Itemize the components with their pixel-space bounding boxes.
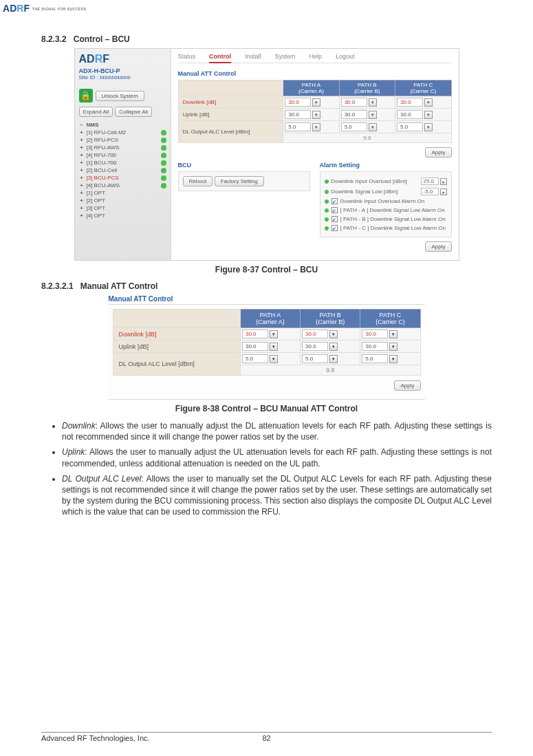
tree-item[interactable]: +[1] BCU-700 (79, 159, 166, 166)
alarm-label: Downlink Signal Low [dBm] (331, 188, 398, 195)
page-footer: Advanced RF Technologies, Inc. 82 (41, 732, 492, 742)
value-input[interactable]: 30.0 (341, 98, 367, 107)
tree-item[interactable]: +[3] BCU-PCS (79, 174, 166, 182)
dropdown-icon[interactable]: ▾ (270, 330, 278, 338)
dropdown-icon[interactable]: ▾ (389, 343, 398, 351)
alarm-checkbox[interactable] (331, 207, 338, 213)
tab-control[interactable]: Control (209, 53, 231, 63)
apply-button[interactable]: Apply (425, 147, 451, 158)
dropdown-icon[interactable]: ▾ (270, 343, 278, 351)
tree-item[interactable]: +[4] RFU-700 (79, 151, 166, 159)
status-dot-icon (161, 160, 166, 166)
value-input[interactable]: 30.0 (285, 98, 311, 107)
footer-page-number: 82 (262, 734, 270, 742)
subsection-heading: 8.2.3.2.1 Manual ATT Control (41, 281, 492, 291)
col-header: PATH C(Carrier C) (360, 310, 420, 328)
factory-setting-button[interactable]: Factory Setting (215, 176, 264, 186)
value-input[interactable]: 5.0 (341, 122, 367, 131)
status-dot-icon (161, 138, 166, 143)
dropdown-icon[interactable]: ▾ (369, 111, 377, 119)
tab-logout[interactable]: Logout (336, 53, 355, 60)
value-input[interactable]: 30.0 (397, 98, 423, 107)
alarm-label: Downlink Input Overload [dBm] (331, 178, 407, 184)
value-input[interactable]: 5.0 (362, 354, 388, 363)
value-input[interactable]: 5.0 (302, 354, 328, 363)
tab-status[interactable]: Status (178, 53, 196, 60)
value-input[interactable]: 30.0 (362, 330, 388, 338)
tree-item[interactable]: +[1] OPT (79, 189, 166, 197)
tree-item[interactable]: +[2] RFU-PCS (79, 136, 166, 144)
dropdown-icon[interactable]: ▾ (424, 123, 433, 131)
value-input[interactable]: 30.0 (302, 342, 328, 351)
alarm-apply-button[interactable]: Apply (425, 241, 451, 252)
cell: 30.0▾ (339, 96, 395, 109)
value-input[interactable]: 5.0 (397, 122, 423, 131)
manual-att-title: Manual ATT Control (178, 70, 452, 77)
dropdown-icon[interactable]: ▾ (270, 355, 278, 363)
alarm-row: Downlink Input Overload [dBm]25.0▾ (325, 176, 447, 186)
dropdown-icon[interactable]: ▾ (369, 123, 377, 131)
tree-item[interactable]: +[3] OPT (79, 204, 166, 212)
value-input[interactable]: 30.0 (242, 342, 268, 351)
tab-install[interactable]: Install (245, 53, 261, 60)
collapse-all-button[interactable]: Collapse All (115, 107, 152, 117)
bullet-item: DL Output ALC Level: Allows the user to … (62, 473, 492, 518)
cell: 5.0▾ (240, 353, 300, 365)
value-input[interactable]: 30.0 (362, 342, 388, 351)
alarm-row: Downlink Input Overload Alarm On (325, 197, 447, 206)
dropdown-icon[interactable]: ▾ (312, 111, 320, 119)
tab-system[interactable]: System (275, 53, 296, 60)
value-input[interactable]: 30.0 (242, 330, 268, 338)
dropdown-icon[interactable]: ▾ (329, 330, 338, 338)
dropdown-icon[interactable]: ▾ (424, 98, 433, 107)
alarm-checkbox[interactable] (331, 198, 338, 204)
col-header: PATH B(Carrier B) (339, 80, 395, 96)
dropdown-icon[interactable]: ▾ (424, 111, 433, 119)
dropdown-icon[interactable]: ▾ (312, 123, 320, 131)
dropdown-icon[interactable]: ▾ (329, 355, 338, 363)
lock-icon: 🔒 (79, 89, 93, 102)
tree-item[interactable]: +[2] BCU-Cell (79, 166, 166, 174)
col-header: PATH A(Carrier A) (283, 80, 339, 96)
row-label: DL Output ALC Level [dBm] (113, 353, 240, 376)
alarm-checkbox[interactable] (331, 216, 338, 222)
dropdown-icon[interactable]: ▾ (440, 178, 447, 185)
tab-help[interactable]: Help (309, 53, 323, 60)
col-blank (178, 80, 283, 96)
dropdown-icon[interactable]: ▾ (389, 330, 398, 338)
composite-value: 9.8 (240, 365, 420, 376)
value-input[interactable]: 5.0 (242, 354, 268, 363)
tree-item[interactable]: +[4] BCU-AWS (79, 182, 166, 189)
dropdown-icon[interactable]: ▾ (329, 343, 338, 351)
value-input[interactable]: 5.0 (285, 122, 311, 131)
alarm-checkbox[interactable] (331, 225, 338, 231)
manual-att-table-2: PATH A(Carrier A)PATH B(Carrier B)PATH C… (113, 309, 421, 376)
dropdown-icon[interactable]: ▾ (312, 98, 320, 107)
status-dot-icon (161, 130, 166, 136)
expand-all-button[interactable]: Expand All (79, 107, 113, 117)
dropdown-icon[interactable]: ▾ (389, 355, 398, 363)
cell: 30.0▾ (283, 109, 339, 121)
model-label: ADX-H-BCU-P (79, 67, 166, 74)
cell: 30.0▾ (240, 341, 300, 353)
value-input[interactable]: 30.0 (302, 330, 328, 338)
composite-value: 9.8 (283, 133, 451, 143)
dropdown-icon[interactable]: ▾ (440, 188, 447, 195)
tree-item[interactable]: +[1] RFU-Cell-M2 (79, 129, 166, 136)
unlock-button[interactable]: Unlock System (96, 91, 144, 101)
row-label: DL Output ALC Level [dBm] (178, 121, 283, 143)
alarm-value-input[interactable]: 25.0 (421, 177, 439, 185)
reboot-button[interactable]: Reboot (183, 176, 213, 186)
apply-button-2[interactable]: Apply (394, 380, 420, 391)
tree-item[interactable]: +[3] RFU-AWS (79, 144, 166, 151)
dropdown-icon[interactable]: ▾ (369, 98, 377, 107)
tree-item[interactable]: +[2] OPT (79, 197, 166, 204)
alarm-value-input[interactable]: -5.0 (421, 188, 439, 195)
cell: 30.0▾ (283, 96, 339, 109)
cell: 30.0▾ (395, 109, 451, 121)
figure-caption-2: Figure 8-38 Control – BCU Manual ATT Con… (41, 404, 492, 413)
value-input[interactable]: 30.0 (397, 110, 423, 119)
tree-item[interactable]: +[4] OPT (79, 212, 166, 219)
value-input[interactable]: 30.0 (285, 110, 311, 119)
value-input[interactable]: 30.0 (341, 110, 367, 119)
